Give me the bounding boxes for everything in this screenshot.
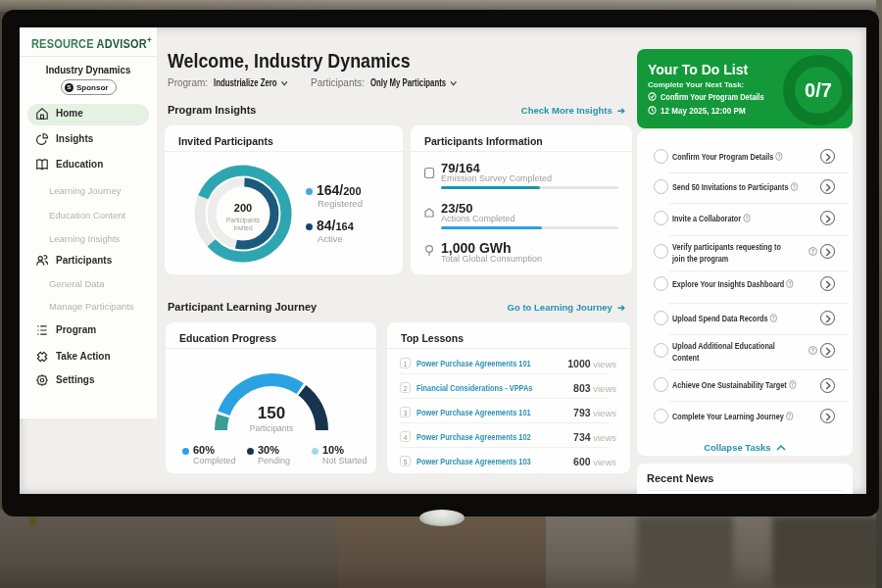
svg-text:Participants: Participants [226, 217, 261, 224]
svg-text:Participants: Participants [250, 423, 293, 433]
svg-text:Invited: Invited [233, 224, 253, 231]
svg-text:150: 150 [258, 404, 285, 422]
svg-text:200: 200 [234, 202, 252, 214]
